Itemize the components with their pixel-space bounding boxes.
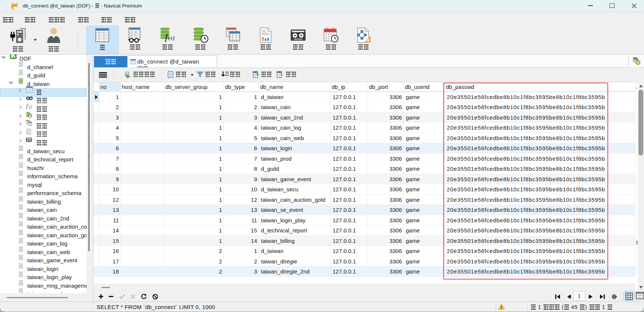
svg-text:(): () [29,104,32,109]
svg-text:(x): (x) [168,35,175,41]
svg-text:f: f [26,103,29,109]
